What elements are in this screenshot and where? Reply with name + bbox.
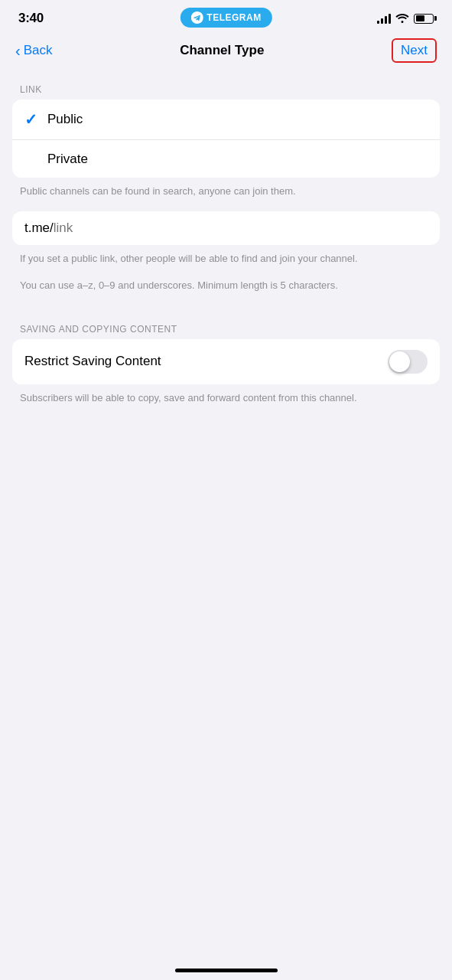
signal-icon [377, 13, 391, 24]
wifi-icon [395, 12, 409, 25]
back-chevron-icon: ‹ [15, 43, 21, 58]
public-label: Public [47, 112, 83, 127]
private-label: Private [24, 152, 88, 167]
link-section-description: Public channels can be found in search, … [12, 178, 440, 211]
channel-type-card: ✓ Public Private [12, 100, 440, 178]
link-input-description2: You can use a–z, 0–9 and underscores. Mi… [12, 278, 440, 305]
status-bar: 3:40 TELEGRAM [0, 0, 452, 31]
link-prefix: t.me/ [24, 220, 54, 236]
private-option-row[interactable]: Private [12, 139, 440, 178]
status-time: 3:40 [18, 11, 44, 26]
restrict-saving-card: Restrict Saving Content [12, 339, 440, 384]
status-icons [377, 12, 434, 25]
saving-section-label: SAVING AND COPYING CONTENT [12, 315, 440, 339]
link-section-label: LINK [12, 75, 440, 100]
link-input-description1: If you set a public link, other people w… [12, 245, 440, 279]
link-input-container: t.me/ [12, 211, 440, 245]
telegram-icon [190, 11, 203, 24]
public-option-row[interactable]: ✓ Public [12, 100, 440, 139]
toggle-knob [389, 351, 410, 372]
battery-icon [414, 14, 434, 24]
telegram-app-label: TELEGRAM [206, 12, 261, 23]
restrict-saving-toggle[interactable] [388, 350, 428, 374]
saving-section-description: Subscribers will be able to copy, save a… [12, 384, 440, 418]
page-title: Channel Type [180, 43, 264, 58]
checkmark-icon: ✓ [24, 110, 47, 129]
restrict-saving-label: Restrict Saving Content [24, 354, 161, 369]
next-button[interactable]: Next [392, 38, 437, 63]
link-input[interactable] [54, 220, 428, 236]
content-area: LINK ✓ Public Private Public channels ca… [0, 75, 452, 417]
back-button[interactable]: ‹ Back [15, 43, 52, 58]
home-indicator [175, 969, 278, 972]
telegram-pill: TELEGRAM [180, 8, 272, 28]
back-label: Back [24, 43, 53, 58]
nav-bar: ‹ Back Channel Type Next [0, 31, 452, 75]
